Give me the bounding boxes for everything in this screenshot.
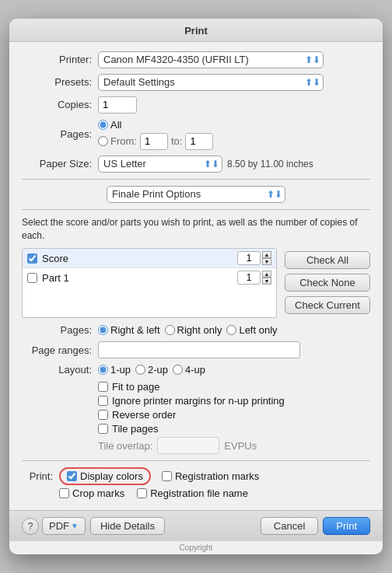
fit-to-page-label: Fit to page <box>112 381 159 393</box>
paper-size-row: Paper Size: US Letter ⬆⬇ 8.50 by 11.00 i… <box>22 155 370 173</box>
presets-select-wrapper[interactable]: Default Settings ⬆⬇ <box>98 74 324 91</box>
part1-checkbox[interactable] <box>27 273 37 283</box>
4up-radio[interactable] <box>173 365 183 375</box>
right-left-label[interactable]: Right & left <box>98 324 160 336</box>
from-input[interactable] <box>140 133 168 150</box>
list-item[interactable]: Part 1 ▲ ▼ <box>23 268 276 287</box>
1up-label[interactable]: 1-up <box>98 364 131 376</box>
score-stepper[interactable]: ▲ ▼ <box>237 251 271 265</box>
presets-row: Presets: Default Settings ⬆⬇ <box>22 74 370 91</box>
registration-file-group: Registration file name <box>137 487 248 499</box>
tile-pages-label: Tile pages <box>112 423 159 435</box>
part1-copies-input[interactable] <box>237 271 261 285</box>
right-left-radio[interactable] <box>98 325 108 335</box>
cancel-button[interactable]: Cancel <box>261 517 318 535</box>
tile-pages-row: Tile pages <box>98 423 370 435</box>
printer-row: Printer: Canon MF4320-4350 (UFRII LT) ⬆⬇ <box>22 51 370 68</box>
registration-file-checkbox[interactable] <box>137 488 147 498</box>
score-up-btn[interactable]: ▲ <box>262 251 271 258</box>
registration-marks-group: Registration marks <box>162 470 259 482</box>
4up-label[interactable]: 4-up <box>173 364 205 376</box>
right-only-label[interactable]: Right only <box>165 324 222 336</box>
to-input[interactable] <box>185 133 213 150</box>
score-copies-input[interactable] <box>237 251 261 265</box>
page-ranges-row: Page ranges: <box>22 341 370 358</box>
from-to-row: From: to: <box>98 133 213 150</box>
score-name: Score <box>42 253 233 264</box>
copies-input[interactable] <box>98 96 137 114</box>
display-colors-checkbox[interactable] <box>67 471 77 481</box>
tile-overlap-label: Tile overlap: <box>98 440 152 452</box>
layout-checkboxes: Fit to page Ignore printer margins for n… <box>98 381 370 435</box>
print-section-label: Print: <box>22 470 53 482</box>
check-all-button[interactable]: Check All <box>285 251 370 269</box>
2up-radio[interactable] <box>135 365 145 375</box>
separator3 <box>22 460 370 461</box>
registration-file-label: Registration file name <box>150 487 248 499</box>
fit-to-page-checkbox[interactable] <box>98 382 108 392</box>
tile-overlap-input[interactable] <box>157 437 219 454</box>
all-label: All <box>110 119 121 131</box>
evpus-label: EVPUs <box>224 440 257 452</box>
from-radio-label[interactable]: From: <box>98 135 137 147</box>
pages-label: Pages: <box>22 128 92 140</box>
finale-dropdown: Finale Print Options ⬆⬇ <box>22 186 370 203</box>
right-only-radio[interactable] <box>165 325 175 335</box>
printer-select[interactable]: Canon MF4320-4350 (UFRII LT) <box>98 51 324 68</box>
part1-stepper-btns: ▲ ▼ <box>262 271 271 285</box>
display-colors-label: Display colors <box>80 470 143 482</box>
crop-marks-label: Crop marks <box>72 487 124 499</box>
printer-label: Printer: <box>22 54 92 65</box>
registration-marks-checkbox[interactable] <box>162 471 172 481</box>
part1-up-btn[interactable]: ▲ <box>262 271 271 278</box>
layout-radio-group: 1-up 2-up 4-up <box>98 364 205 376</box>
crop-marks-checkbox[interactable] <box>59 488 69 498</box>
footer: ? PDF ▼ Hide Details Cancel Print <box>9 510 383 541</box>
layout-row: Layout: 1-up 2-up 4-up <box>22 364 370 376</box>
score-down-btn[interactable]: ▼ <box>262 258 271 265</box>
reverse-order-label: Reverse order <box>112 409 176 421</box>
copyright-text: Copyright <box>9 541 383 554</box>
copies-row: Copies: <box>22 96 370 114</box>
help-button[interactable]: ? <box>22 518 39 535</box>
page-ranges-input[interactable] <box>98 341 300 358</box>
pdf-label: PDF <box>49 520 69 532</box>
parts-section: Score ▲ ▼ Part 1 ▲ <box>22 248 370 318</box>
part1-stepper[interactable]: ▲ ▼ <box>237 271 271 285</box>
title-text: Print <box>184 25 208 37</box>
crop-marks-group: Crop marks <box>59 487 124 499</box>
all-radio[interactable] <box>98 120 108 130</box>
dialog-title: Print <box>9 19 383 42</box>
description-text: Select the score and/or parts you wish t… <box>22 216 370 243</box>
1up-radio[interactable] <box>98 365 108 375</box>
part1-down-btn[interactable]: ▼ <box>262 278 271 285</box>
page-ranges-label: Page ranges: <box>22 344 92 356</box>
separator1 <box>22 179 370 180</box>
tile-pages-checkbox[interactable] <box>98 424 108 434</box>
check-current-button[interactable]: Check Current <box>285 296 370 314</box>
footer-left: ? PDF ▼ <box>22 517 86 535</box>
reverse-order-row: Reverse order <box>98 409 370 421</box>
ignore-margins-checkbox[interactable] <box>98 396 108 406</box>
presets-select[interactable]: Default Settings <box>98 74 324 91</box>
2up-label[interactable]: 2-up <box>135 364 168 376</box>
print-button[interactable]: Print <box>323 517 370 535</box>
reverse-order-checkbox[interactable] <box>98 410 108 420</box>
list-item[interactable]: Score ▲ ▼ <box>23 249 276 268</box>
printer-select-wrapper[interactable]: Canon MF4320-4350 (UFRII LT) ⬆⬇ <box>98 51 324 68</box>
left-only-label[interactable]: Left only <box>226 324 277 336</box>
display-colors-box: Display colors <box>59 467 151 485</box>
presets-label: Presets: <box>22 76 92 88</box>
from-radio[interactable] <box>98 136 108 146</box>
all-radio-label[interactable]: All <box>98 119 213 131</box>
separator2 <box>22 209 370 210</box>
hide-details-button[interactable]: Hide Details <box>90 517 165 535</box>
score-checkbox[interactable] <box>27 253 37 264</box>
finale-select-wrapper[interactable]: Finale Print Options ⬆⬇ <box>107 186 285 203</box>
paper-size-select-wrapper[interactable]: US Letter ⬆⬇ <box>98 155 222 173</box>
finale-select[interactable]: Finale Print Options <box>107 186 285 203</box>
check-none-button[interactable]: Check None <box>285 274 370 292</box>
paper-size-select[interactable]: US Letter <box>98 155 222 173</box>
left-only-radio[interactable] <box>226 325 236 335</box>
pdf-button[interactable]: PDF ▼ <box>42 517 86 535</box>
